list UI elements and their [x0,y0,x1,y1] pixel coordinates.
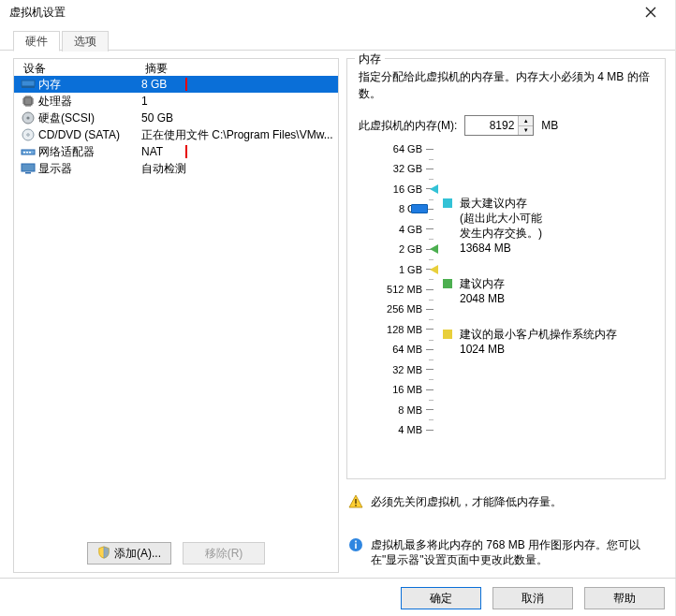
col-device: 设备 [23,61,145,77]
shield-icon [97,546,110,562]
svg-rect-2 [24,97,32,105]
network-icon [20,145,37,158]
add-button[interactable]: 添加(A)... [87,542,171,565]
memory-panel: 内存 指定分配给此虚拟机的内存量。内存大小必须为 4 MB 的倍数。 此虚拟机的… [346,58,666,573]
device-list-panel: 设备 摘要 内存8 GB处理器1硬盘(SCSI)50 GBCD/DVD (SAT… [13,58,339,573]
dialog-buttons: 确定 取消 帮助 [401,587,665,609]
memory-warning-text: 必须先关闭虚拟机，才能降低内存量。 [371,494,562,509]
device-summary: 8 GB [141,78,338,91]
ruler-tick-label: 64 GB [383,143,426,154]
device-summary: NAT [141,145,338,158]
svg-point-4 [26,116,29,119]
legend-max-value: 13684 MB [460,241,542,256]
ruler-arrow-min-icon [430,265,438,274]
ruler-tick-label: 16 MB [383,384,426,395]
device-name: 内存 [37,77,141,93]
svg-point-6 [27,134,29,136]
ok-button[interactable]: 确定 [401,587,481,609]
legend-rec-value: 2048 MB [460,291,505,306]
close-button[interactable] [632,3,669,22]
legend-min-title: 建议的最小客户机操作系统内存 [460,327,617,342]
window-title: 虚拟机设置 [6,5,632,21]
dialog-separator [0,578,676,579]
ruler-tick-label: 64 MB [383,344,426,355]
ruler-tick-label: 32 MB [383,364,426,375]
memory-slider-thumb[interactable] [411,204,428,213]
svg-rect-17 [355,541,357,543]
tab-hardware[interactable]: 硬件 [13,31,60,51]
tab-options[interactable]: 选项 [62,31,109,51]
cpu-icon [20,95,37,108]
spinner-down-icon[interactable]: ▼ [519,126,533,136]
ruler-tick-label: 4 GB [383,224,426,235]
svg-rect-1 [22,86,35,88]
device-name: 硬盘(SCSI) [37,110,141,126]
legend-min: 建议的最小客户机操作系统内存 1024 MB [443,327,654,357]
legend-square-cyan-icon [443,198,452,208]
ruler-tick-label: 128 MB [383,324,426,335]
ruler-tick-label: 32 GB [383,163,426,174]
svg-rect-9 [26,152,28,154]
device-summary: 1 [141,95,338,108]
legend-max: 最大建议内存 (超出此大小可能 发生内存交换。) 13684 MB [443,196,654,256]
add-button-label: 添加(A)... [114,546,161,562]
device-row-net[interactable]: 网络适配器NAT [14,143,338,160]
memory-input[interactable] [465,116,518,135]
device-list-header: 设备 摘要 [14,59,338,76]
svg-rect-10 [29,152,31,154]
ruler-tick-label: 256 MB [383,303,426,315]
spinner-up-icon[interactable]: ▲ [519,116,533,126]
memory-ruler[interactable]: 64 GB32 GB16 GB8 GB4 GB2 GB1 GB512 MB256… [362,149,434,430]
remove-button-label: 移除(R) [205,546,243,562]
memory-info-text: 虚拟机最多将此内存的 768 MB 用作图形内存。您可以在"显示器"设置页面中更… [371,537,666,567]
memory-description: 指定分配给此虚拟机的内存量。内存大小必须为 4 MB 的倍数。 [359,68,654,102]
memory-unit: MB [541,119,558,132]
disk-icon [20,111,37,125]
ruler-tick-label: 2 GB [383,243,426,255]
device-row-cddvd[interactable]: CD/DVD (SATA)正在使用文件 C:\Program Files\VMw… [14,126,338,143]
legend-max-note1: (超出此大小可能 [460,211,542,226]
ruler-tick-label: 1 GB [383,264,426,275]
legend-max-title: 最大建议内存 [460,196,542,211]
legend-min-value: 1024 MB [460,342,617,357]
cddvd-icon [20,128,37,141]
content-area: 设备 摘要 内存8 GB处理器1硬盘(SCSI)50 GBCD/DVD (SAT… [0,51,675,573]
display-icon [20,162,37,175]
device-row-cpu[interactable]: 处理器1 [14,93,338,110]
ruler-tick-label: 8 MB [383,404,426,416]
ruler-tick-label: 16 GB [383,183,426,195]
svg-rect-13 [355,499,356,504]
memory-icon [20,78,37,91]
svg-rect-14 [355,505,356,506]
svg-rect-0 [22,81,35,86]
device-name: 显示器 [37,161,141,177]
legend-rec-title: 建议内存 [460,276,505,291]
device-row-disk[interactable]: 硬盘(SCSI)50 GB [14,110,338,126]
memory-info: 虚拟机最多将此内存的 768 MB 用作图形内存。您可以在"显示器"设置页面中更… [348,537,666,567]
ruler-arrow-max-icon [430,184,438,194]
device-list[interactable]: 内存8 GB处理器1硬盘(SCSI)50 GBCD/DVD (SATA)正在使用… [14,76,338,572]
device-summary: 50 GB [141,111,338,125]
cancel-button[interactable]: 取消 [492,587,573,609]
ruler-arrow-rec-icon [430,244,438,254]
svg-rect-11 [22,164,35,171]
legend-square-yellow-icon [443,330,452,339]
ruler-tick-label: 512 MB [383,284,426,295]
remove-button: 移除(R) [183,542,265,565]
legend-square-green-icon [443,279,452,288]
device-summary: 自动检测 [141,161,338,177]
memory-fieldset-title: 内存 [355,51,385,67]
memory-spinner[interactable]: ▲ ▼ [464,115,534,136]
device-summary: 正在使用文件 C:\Program Files\VMw... [141,127,338,143]
svg-rect-8 [23,152,25,154]
device-row-memory[interactable]: 内存8 GB [14,76,338,93]
device-name: CD/DVD (SATA) [37,128,141,141]
device-name: 网络适配器 [37,144,141,160]
tab-strip: 硬件 选项 [0,30,675,51]
memory-input-label: 此虚拟机的内存(M): [359,118,457,134]
close-icon [643,5,658,20]
legend-rec: 建议内存 2048 MB [443,276,654,306]
info-icon [348,537,363,552]
help-button[interactable]: 帮助 [584,587,665,609]
device-row-display[interactable]: 显示器自动检测 [14,160,338,177]
